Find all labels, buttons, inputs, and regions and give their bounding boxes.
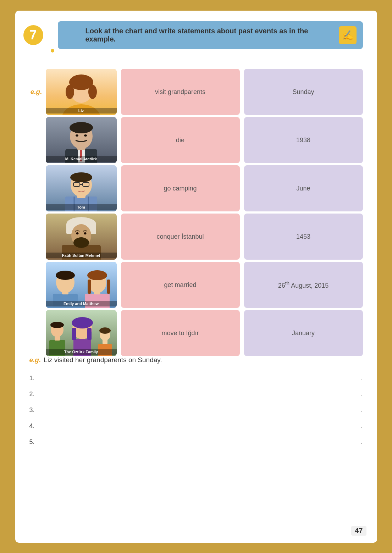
time-cell-kemal: 1938 — [244, 117, 363, 163]
example-eg-label: e.g. — [29, 356, 41, 364]
line-period-1: . — [361, 375, 363, 382]
svg-point-33 — [84, 232, 86, 234]
chart-row-tom: Tom go camping June — [29, 165, 363, 211]
time-text-kemal: 1938 — [296, 137, 310, 144]
time-text-tom: June — [296, 185, 310, 192]
svg-rect-54 — [87, 328, 92, 340]
spacer-emily — [29, 262, 44, 308]
person-label-ozturk: The Öztürk Family — [46, 349, 117, 355]
person-image-emily: Emily and Matthew — [46, 262, 117, 308]
svg-point-32 — [76, 232, 78, 234]
person-label-liz: Liz — [46, 108, 117, 114]
write-icon: ✍ — [339, 26, 357, 44]
line-number-3: 3. — [29, 407, 39, 414]
person-label-emily: Emily and Matthew — [46, 301, 117, 306]
spacer-fatih — [29, 214, 44, 260]
action-text-ozturk: move to Iğdır — [161, 330, 199, 337]
svg-point-38 — [56, 271, 75, 280]
time-cell-liz: Sunday — [244, 69, 363, 115]
time-cell-tom: June — [244, 165, 363, 211]
person-label-tom: Tom — [46, 204, 117, 210]
svg-point-15 — [84, 134, 87, 137]
person-cell-fatih: Fatih Sultan Mehmet — [46, 214, 117, 260]
person-image-ozturk: The Öztürk Family — [46, 310, 117, 356]
answer-input-2[interactable] — [41, 388, 360, 396]
svg-point-25 — [70, 172, 92, 182]
spacer-ozturk — [29, 310, 44, 356]
line-number-2: 2. — [29, 391, 39, 398]
svg-rect-53 — [72, 328, 76, 340]
eg-text: e.g. — [31, 88, 42, 96]
time-cell-emily: 26th August, 2015 — [244, 262, 363, 308]
action-text-tom: go camping — [164, 185, 197, 192]
answer-input-3[interactable] — [41, 404, 360, 412]
svg-point-52 — [72, 317, 93, 328]
person-image-liz: Liz — [46, 69, 117, 115]
instruction-banner: Look at the chart and write statements a… — [58, 21, 363, 49]
line-number-1: 1. — [29, 375, 39, 382]
time-text-emily: 26th August, 2015 — [278, 280, 329, 289]
line-number-5: 5. — [29, 438, 39, 446]
action-cell-kemal: die — [121, 117, 240, 163]
time-text-liz: Sunday — [292, 88, 314, 96]
line-period-5: . — [361, 438, 363, 446]
answer-line-5: 5. . — [29, 436, 363, 446]
instruction-text: Look at the chart and write statements a… — [85, 27, 339, 43]
svg-rect-44 — [107, 280, 110, 294]
time-cell-ozturk: January — [244, 310, 363, 356]
line-period-2: . — [361, 391, 363, 398]
task-number: 7 — [22, 24, 44, 46]
svg-point-31 — [73, 237, 89, 248]
chart-row-ozturk: The Öztürk Family move to Iğdır January — [29, 310, 363, 356]
action-cell-liz: visit grandparents — [121, 69, 240, 115]
answer-line-1: 1. . — [29, 372, 363, 382]
chart-row-fatih: Fatih Sultan Mehmet conquer İstanbul 145… — [29, 214, 363, 260]
time-text-ozturk: January — [292, 330, 315, 337]
number-badge-wrapper: 7 — [29, 28, 54, 52]
action-text-emily: get married — [164, 281, 196, 289]
answer-input-5[interactable] — [41, 436, 360, 444]
person-cell-kemal: M. Kemal Atatürk — [46, 117, 117, 163]
line-period-3: . — [361, 407, 363, 414]
person-cell-tom: Tom — [46, 165, 117, 211]
spacer-kemal — [29, 117, 44, 163]
page-number: 47 — [351, 526, 366, 536]
answer-input-4[interactable] — [41, 420, 360, 428]
svg-point-13 — [70, 122, 93, 133]
action-text-liz: visit grandparents — [155, 88, 205, 96]
example-sentence: e.g. Liz visited her grandparents on Sun… — [29, 356, 363, 364]
action-cell-emily: get married — [121, 262, 240, 308]
svg-point-42 — [87, 270, 107, 280]
action-cell-ozturk: move to Iğdır — [121, 310, 240, 356]
person-label-fatih: Fatih Sultan Mehmet — [46, 253, 117, 258]
answer-line-3: 3. . — [29, 404, 363, 414]
chart-row-liz: e.g. — [29, 69, 363, 115]
answer-section: 1. . 2. . 3. . 4. . 5. . — [29, 372, 363, 446]
line-number-4: 4. — [29, 422, 39, 430]
chart-row-emily: Emily and Matthew get married 26th Augus… — [29, 262, 363, 308]
action-text-fatih: conquer İstanbul — [156, 233, 204, 240]
svg-point-58 — [99, 327, 111, 334]
svg-point-49 — [50, 322, 64, 328]
person-image-kemal: M. Kemal Atatürk — [46, 117, 117, 163]
dot-decoration-2 — [51, 49, 54, 52]
spacer-tom — [29, 165, 44, 211]
page: 7 Look at the chart and write statements… — [15, 11, 377, 543]
eg-label-left: e.g. — [29, 69, 44, 115]
answer-input-1[interactable] — [41, 372, 360, 380]
action-cell-fatih: conquer İstanbul — [121, 214, 240, 260]
person-cell-emily: Emily and Matthew — [46, 262, 117, 308]
person-image-fatih: Fatih Sultan Mehmet — [46, 214, 117, 260]
time-text-fatih: 1453 — [296, 233, 310, 240]
svg-point-14 — [76, 134, 78, 137]
person-cell-ozturk: The Öztürk Family — [46, 310, 117, 356]
chart-row-kemal: M. Kemal Atatürk die 1938 — [29, 117, 363, 163]
chart-area: e.g. — [29, 69, 363, 356]
person-label-kemal: M. Kemal Atatürk — [46, 156, 117, 162]
line-period-4: . — [361, 422, 363, 430]
answer-line-4: 4. . — [29, 420, 363, 430]
time-cell-fatih: 1453 — [244, 214, 363, 260]
svg-point-5 — [66, 85, 74, 99]
answer-line-2: 2. . — [29, 388, 363, 398]
person-cell-liz: Liz — [46, 69, 117, 115]
